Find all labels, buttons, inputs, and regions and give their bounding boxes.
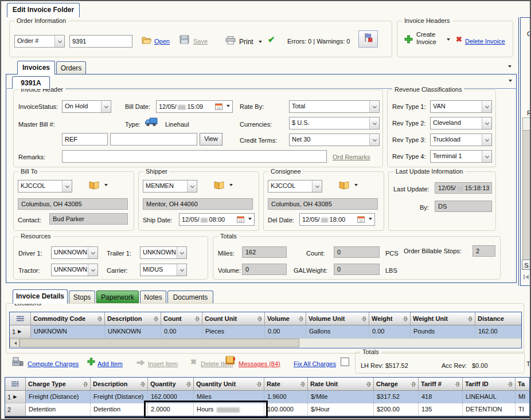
date-dropdown-icon[interactable]	[366, 214, 374, 225]
nav-first-icon[interactable]	[523, 274, 529, 280]
calendar-icon[interactable]: 12	[356, 216, 366, 223]
add-item-link[interactable]: Add Item	[97, 360, 123, 367]
chevron-down-icon[interactable]	[88, 264, 97, 276]
tab-orders[interactable]: Orders	[56, 61, 86, 74]
column-header-count-unit[interactable]: Count Unit	[202, 312, 265, 325]
messages-link[interactable]: Messages (84)	[239, 360, 280, 367]
consignee-select[interactable]: KJCCOL	[268, 180, 322, 193]
chevron-down-icon[interactable]	[369, 134, 379, 146]
column-header-volume-unit[interactable]: Volume Unit	[306, 312, 369, 325]
row-selector[interactable]: 1▶	[5, 391, 26, 403]
cell-count-unit[interactable]: Pieces	[202, 325, 265, 338]
cell-tariff-number[interactable]: 135	[419, 403, 463, 416]
row-selector[interactable]: 1▶	[10, 325, 31, 338]
carrier-select[interactable]: MIDUS	[140, 264, 187, 276]
tab-paperwork[interactable]: Paperwork	[96, 291, 139, 303]
cell-rate-unit[interactable]: $/Mile	[308, 391, 374, 403]
order-type-select[interactable]: Order #	[14, 35, 65, 48]
fix-all-charges-link[interactable]: Fix All Charges	[294, 360, 336, 367]
column-header-distance[interactable]: Distance	[475, 312, 522, 325]
chevron-down-icon[interactable]	[88, 247, 97, 258]
cell-clipped[interactable]: TI	[516, 403, 530, 416]
chevron-down-icon[interactable]	[482, 101, 491, 112]
chevron-down-icon[interactable]	[482, 151, 491, 162]
column-header-rate-unit[interactable]: Rate Unit	[308, 378, 374, 391]
tab-notes[interactable]: Notes	[140, 291, 166, 303]
column-header-rate[interactable]: Rate	[264, 378, 308, 391]
chevron-down-icon[interactable]	[482, 134, 491, 146]
compute-charges-link[interactable]: Compute Charges	[28, 360, 79, 367]
cell-volume[interactable]: 0.00	[265, 325, 306, 338]
ship-date-field[interactable]: 12/05/08:00 12	[179, 213, 255, 226]
cell-commodity-code[interactable]: UNKNOWN	[31, 325, 105, 338]
remarks-input[interactable]	[62, 150, 327, 163]
cell-quantity[interactable]: 2.0000	[148, 403, 194, 416]
address-book-icon[interactable]	[88, 180, 100, 190]
column-header-quantity[interactable]: Quantity	[148, 378, 194, 391]
reference-value-input[interactable]	[110, 133, 197, 146]
open-link[interactable]: Open	[154, 38, 170, 45]
chevron-down-icon[interactable]	[187, 180, 197, 192]
cell-charge-type[interactable]: Detention	[26, 403, 91, 416]
chevron-down-icon[interactable]	[482, 117, 491, 129]
cell-distance[interactable]: 162.00	[475, 325, 522, 338]
address-book-icon[interactable]	[213, 180, 225, 190]
driver-select[interactable]: UNKNOWN	[51, 246, 98, 259]
cell-description[interactable]: UNKNOWN	[105, 325, 161, 338]
pane-splitter[interactable]	[518, 17, 519, 286]
chevron-down-icon[interactable]	[369, 117, 379, 129]
rate-by-select[interactable]: Total	[289, 100, 380, 113]
tractor-select[interactable]: UNKNOWN	[51, 264, 98, 276]
cell-description[interactable]: Detention	[91, 403, 148, 416]
calendar-icon[interactable]: 12	[214, 103, 224, 110]
rev-type-4-select[interactable]: Terminal 1	[430, 150, 492, 163]
cell-tariff-id[interactable]: LINEHAUL	[463, 391, 516, 403]
tab-invoice-9391a[interactable]: 9391A	[12, 76, 50, 89]
calendar-icon[interactable]: 12	[236, 216, 245, 223]
cell-rate[interactable]: 1.9600	[264, 391, 308, 403]
address-book-icon[interactable]	[338, 180, 350, 190]
address-book-dropdown-icon[interactable]	[229, 184, 233, 188]
column-header-clipped[interactable]: Ta	[516, 378, 530, 391]
ord-remarks-link[interactable]: Ord Remarks	[333, 154, 370, 160]
table-row[interactable]: 1▶ UNKNOWN UNKNOWN 0.00 Pieces 0.00 Gall…	[10, 325, 521, 338]
grid-customize-button[interactable]	[10, 312, 31, 325]
cell-charge[interactable]: $200.00	[374, 403, 419, 416]
invoice-status-select[interactable]: On Hold	[62, 100, 111, 113]
chevron-down-icon[interactable]	[369, 101, 379, 112]
column-header-charge[interactable]: Charge	[374, 378, 419, 391]
cell-count[interactable]: 0.00	[161, 325, 202, 338]
chevron-down-icon[interactable]	[54, 36, 64, 47]
bill-to-select[interactable]: KJCCOL	[18, 180, 72, 193]
insert-item-link[interactable]: Insert Item	[148, 360, 178, 367]
column-header-volume[interactable]: Volume	[265, 312, 306, 325]
tab-stops[interactable]: Stops	[69, 291, 95, 303]
cell-charge[interactable]: $317.52	[374, 391, 419, 403]
invoice-tab-dropdown-icon[interactable]	[509, 80, 512, 84]
cell-quantity[interactable]: 162.0000	[148, 391, 194, 403]
shipper-select[interactable]: MENMEN	[143, 180, 197, 193]
column-header-description[interactable]: Description	[91, 378, 148, 391]
print-dropdown-icon[interactable]	[259, 41, 262, 45]
column-header-count[interactable]: Count	[161, 312, 202, 325]
cell-tariff-id[interactable]: DETENTION	[463, 403, 516, 416]
address-book-dropdown-icon[interactable]	[104, 184, 108, 188]
cell-rate[interactable]: 100.0000	[264, 403, 308, 416]
scrollbar-thumb[interactable]	[19, 339, 299, 347]
column-header-tariff-id[interactable]: Tariff ID	[463, 378, 516, 391]
reference-type-input[interactable]	[62, 133, 108, 146]
cell-tariff-number[interactable]: 418	[419, 391, 463, 403]
column-header-charge-type[interactable]: Charge Type	[26, 378, 91, 391]
chevron-down-icon[interactable]	[177, 247, 186, 258]
address-book-dropdown-icon[interactable]	[354, 184, 358, 188]
create-invoice-button[interactable]: Create Invoice	[416, 31, 444, 46]
chevron-down-icon[interactable]	[101, 101, 111, 112]
rating-flag-button[interactable]	[358, 30, 378, 48]
tab-documents[interactable]: Documents	[167, 291, 213, 303]
cell-quantity-unit[interactable]: Hours	[194, 403, 264, 416]
column-header-commodity-code[interactable]: Commodity Code	[31, 312, 105, 325]
rev-type-1-select[interactable]: VAN	[430, 100, 492, 113]
date-dropdown-icon[interactable]	[224, 101, 232, 112]
table-row[interactable]: 1▶ Freight (Distance) Freight (Distance)…	[5, 391, 529, 403]
cell-quantity-unit[interactable]: Miles	[194, 391, 264, 403]
